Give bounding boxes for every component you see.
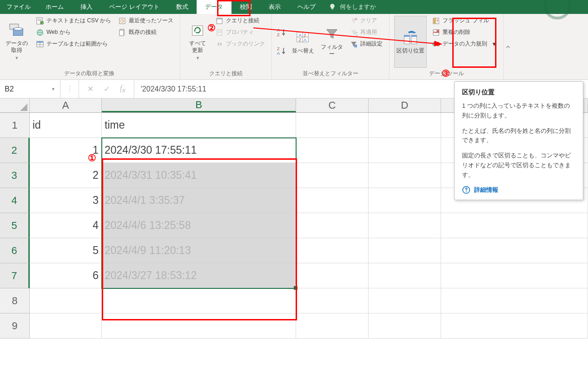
- formula-value[interactable]: '2024/3/30 17:55:11: [134, 85, 213, 93]
- recent-sources[interactable]: 最近使ったソース: [117, 16, 175, 26]
- svg-text:Z: Z: [277, 33, 280, 37]
- tab-data[interactable]: データ: [197, 0, 231, 14]
- cell-B8[interactable]: [102, 288, 296, 313]
- cell-rest-7[interactable]: [441, 263, 588, 288]
- cell-D1[interactable]: [369, 113, 441, 138]
- cell-C2[interactable]: [296, 138, 369, 163]
- tab-view[interactable]: 表示: [260, 0, 289, 14]
- name-box[interactable]: B2 ▼: [0, 80, 60, 98]
- row-header-8[interactable]: 8: [0, 288, 30, 313]
- svg-point-2: [13, 28, 22, 31]
- existing-connections[interactable]: 既存の接続: [117, 27, 175, 37]
- fx-icon[interactable]: fx: [120, 84, 126, 94]
- tab-formulas[interactable]: 数式: [168, 0, 197, 14]
- cell-A1[interactable]: id: [30, 113, 102, 138]
- col-header-B[interactable]: B: [102, 98, 296, 112]
- row-header-1[interactable]: 1: [0, 113, 30, 138]
- text-to-columns-button[interactable]: 区切り位置: [394, 16, 427, 68]
- cell-A4[interactable]: 3: [30, 188, 102, 213]
- from-text-csv[interactable]: テキストまたは CSV から: [34, 16, 113, 26]
- ribbon-group-queries: すべて 更新 ▼ クエリと接続 プロパティ ブックのリンク クエリと接続: [180, 14, 272, 79]
- advanced-filter[interactable]: 詳細設定: [348, 39, 384, 49]
- cell-A9[interactable]: [30, 313, 102, 339]
- row-header-3[interactable]: 3: [0, 163, 30, 188]
- cell-B3[interactable]: 2024/3/31 10:35:41: [102, 163, 296, 188]
- cell-C6[interactable]: [296, 238, 369, 263]
- cell-B5[interactable]: 2024/4/6 13:25:58: [102, 213, 296, 238]
- tab-home[interactable]: ホーム: [37, 0, 72, 14]
- tooltip-more-link[interactable]: 詳細情報: [462, 186, 575, 194]
- cell-A2[interactable]: 1: [30, 138, 102, 163]
- cell-B9[interactable]: [102, 313, 296, 339]
- cell-D5[interactable]: [369, 213, 441, 238]
- table-icon: [36, 40, 44, 48]
- cell-A3[interactable]: 2: [30, 163, 102, 188]
- cell-D6[interactable]: [369, 238, 441, 263]
- cell-B4[interactable]: 2024/4/1 3:35:37: [102, 188, 296, 213]
- cell-rest-6[interactable]: [441, 238, 588, 263]
- cell-B1[interactable]: time: [102, 113, 296, 138]
- cell-C1[interactable]: [296, 113, 369, 138]
- svg-rect-35: [354, 45, 357, 47]
- cell-A8[interactable]: [30, 288, 102, 313]
- col-header-C[interactable]: C: [296, 98, 369, 112]
- row-header-2[interactable]: 2: [0, 138, 30, 163]
- queries-connections[interactable]: クエリと接続: [214, 16, 267, 26]
- cell-rest-5[interactable]: [441, 213, 588, 238]
- row-header-7[interactable]: 7: [0, 263, 30, 288]
- cancel-icon[interactable]: ✕: [87, 85, 93, 93]
- cell-A7[interactable]: 6: [30, 263, 102, 288]
- cell-C7[interactable]: [296, 263, 369, 288]
- cell-rest-9[interactable]: [441, 313, 588, 339]
- tab-help[interactable]: ヘルプ: [289, 0, 324, 14]
- select-all-corner[interactable]: [0, 98, 30, 112]
- sort-asc-icon[interactable]: AZ: [277, 27, 287, 38]
- cell-A5[interactable]: 4: [30, 213, 102, 238]
- sort-desc-icon[interactable]: ZA: [277, 46, 287, 56]
- cell-A6[interactable]: 5: [30, 238, 102, 263]
- get-data-button[interactable]: データの 取得 ▼: [3, 16, 31, 68]
- filter-button[interactable]: フィルター: [319, 16, 344, 68]
- col-header-A[interactable]: A: [30, 98, 102, 112]
- cell-D3[interactable]: [369, 163, 441, 188]
- data-validation[interactable]: データの入力規則 ▼: [430, 39, 499, 49]
- cell-C4[interactable]: [296, 188, 369, 213]
- sort-button[interactable]: AZZA 並べ替え: [291, 16, 316, 68]
- clear-label: クリア: [360, 17, 377, 25]
- from-table-range[interactable]: テーブルまたは範囲から: [34, 39, 113, 49]
- tell-me[interactable]: 何をしますか: [329, 0, 376, 14]
- refresh-all-button[interactable]: すべて 更新 ▼: [185, 16, 210, 68]
- cell-rest-8[interactable]: [441, 288, 588, 313]
- name-box-value: B2: [5, 85, 47, 93]
- row-header-4[interactable]: 4: [0, 188, 30, 213]
- from-web[interactable]: Web から: [34, 27, 113, 37]
- tab-insert[interactable]: 挿入: [72, 0, 101, 14]
- cell-C5[interactable]: [296, 213, 369, 238]
- cell-D8[interactable]: [369, 288, 441, 313]
- remove-duplicates[interactable]: 重複の削除: [430, 27, 499, 37]
- cell-C8[interactable]: [296, 288, 369, 313]
- row-header-5[interactable]: 5: [0, 213, 30, 238]
- validation-icon: [432, 40, 440, 48]
- tab-page-layout[interactable]: ページ レイアウト: [101, 0, 168, 14]
- row-header-6[interactable]: 6: [0, 238, 30, 263]
- group-label-get: データの取得と変換: [3, 68, 175, 78]
- cell-D7[interactable]: [369, 263, 441, 288]
- cell-D9[interactable]: [369, 313, 441, 339]
- row-header-9[interactable]: 9: [0, 313, 30, 339]
- cell-C3[interactable]: [296, 163, 369, 188]
- cell-B7[interactable]: 2024/3/27 18:53:12: [102, 263, 296, 288]
- cell-D4[interactable]: [369, 188, 441, 213]
- cell-D2[interactable]: [369, 138, 441, 163]
- enter-icon[interactable]: ✓: [104, 85, 110, 93]
- tab-file[interactable]: ファイル: [0, 0, 37, 14]
- ribbon-overflow-icon[interactable]: [503, 14, 512, 79]
- properties: プロパティ: [214, 27, 267, 37]
- cell-B2[interactable]: 2024/3/30 17:55:11: [102, 138, 296, 163]
- cell-B6[interactable]: 2024/4/9 11:20:13: [102, 238, 296, 263]
- col-header-D[interactable]: D: [369, 98, 441, 112]
- tab-review[interactable]: 校閲: [231, 0, 260, 14]
- links-icon: [216, 40, 223, 48]
- cell-C9[interactable]: [296, 313, 369, 339]
- flash-fill[interactable]: フラッシュ フィル: [430, 16, 499, 26]
